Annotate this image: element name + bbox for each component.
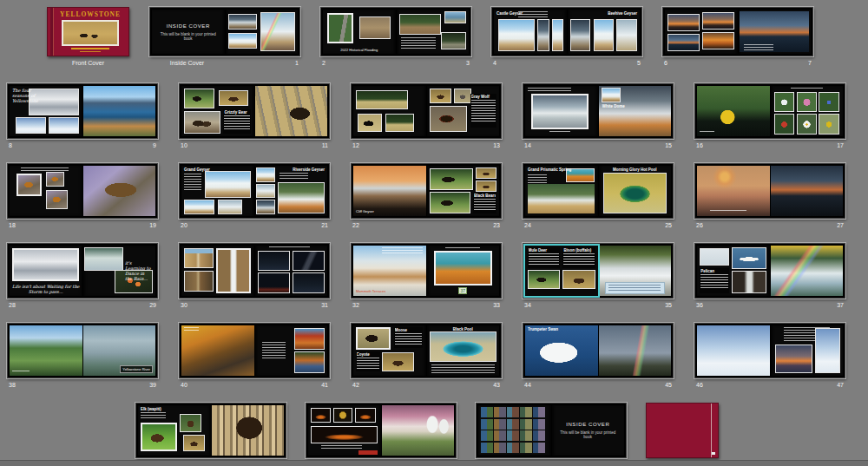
spread-thumbnail[interactable]: The four seasons of Yellowstone89 bbox=[7, 83, 158, 153]
spread-thumbnail[interactable]: Pelican3637 bbox=[694, 243, 845, 312]
page-left[interactable]: The four seasons of Yellowstone bbox=[10, 86, 82, 136]
page-right[interactable] bbox=[83, 166, 156, 216]
front-cover-thumbnail[interactable]: YELLOWSTONEFront Cover bbox=[47, 7, 129, 70]
page-right[interactable]: INSIDE COVERThis will be blank in your p… bbox=[552, 405, 625, 456]
page-right[interactable] bbox=[83, 86, 156, 136]
page-right[interactable]: Gray Wolf bbox=[427, 86, 500, 136]
page-right[interactable] bbox=[255, 246, 328, 296]
spread-thumbnail[interactable]: Castle GeyserBeehive Geyser45 bbox=[491, 7, 642, 70]
page-left[interactable] bbox=[181, 246, 254, 296]
text-lines bbox=[700, 131, 714, 133]
spread-thumbnail[interactable]: 1819 bbox=[7, 163, 158, 233]
page-right[interactable]: Beehive Geyser bbox=[568, 10, 641, 54]
photo-geyser-steam bbox=[616, 19, 636, 51]
page-right[interactable]: Black Pool bbox=[427, 325, 500, 376]
spread-thumbnail[interactable]: Life isn't about Waiting for the Storm t… bbox=[7, 243, 158, 312]
back-cover-book[interactable] bbox=[646, 403, 719, 458]
photo-night-fall bbox=[258, 251, 290, 271]
page-left[interactable] bbox=[181, 325, 254, 376]
spread-thumbnail[interactable]: INSIDE COVERThis will be blank in your p… bbox=[149, 7, 300, 70]
page-left[interactable]: Pelican bbox=[697, 246, 770, 296]
spread-thumbnail[interactable]: Elk (wapiti) bbox=[135, 403, 286, 458]
spread-thumbnail[interactable]: Grizzly Bear1011 bbox=[179, 83, 330, 153]
page-right[interactable] bbox=[212, 405, 285, 456]
spread-thumbnail[interactable]: Trumpeter Swan4445 bbox=[523, 323, 674, 392]
spread-thumbnail[interactable]: 2022 Historical Flooding23 bbox=[320, 7, 471, 70]
spread-thumbnail[interactable]: 4647 bbox=[694, 323, 845, 392]
page-number: 44 bbox=[524, 382, 531, 388]
page-number-row: 67 bbox=[662, 60, 813, 70]
spread-thumbnail[interactable]: Yellowstone River3839 bbox=[7, 323, 158, 392]
spread-thumbnail[interactable]: Grand GeyserRiverside Geyser2021 bbox=[179, 163, 330, 233]
bottom-divider[interactable] bbox=[0, 460, 868, 466]
text-block-lines bbox=[700, 274, 727, 291]
page-left[interactable]: Elk (wapiti) bbox=[138, 405, 211, 456]
spread-thumbnail[interactable]: 4041 bbox=[179, 323, 330, 392]
spread-thumbnail[interactable]: Mule DeerBison (buffalo)3435 bbox=[523, 243, 674, 312]
page-caption: Cliff Geyser bbox=[356, 209, 374, 213]
page-right[interactable] bbox=[255, 325, 328, 376]
page-right[interactable]: 37 bbox=[427, 246, 500, 296]
page-right[interactable] bbox=[771, 86, 844, 136]
page-left[interactable]: Life isn't about Waiting for the Storm t… bbox=[10, 246, 82, 296]
page-right[interactable] bbox=[255, 86, 328, 136]
page-left[interactable]: 2022 Historical Flooding bbox=[323, 10, 396, 54]
page-right[interactable]: Morning Glory Hot Pool bbox=[599, 166, 672, 216]
page-left[interactable] bbox=[10, 325, 82, 376]
spread-thumbnail[interactable]: Cliff GeyserBlack Bears2223 bbox=[351, 163, 502, 233]
page-right[interactable] bbox=[739, 10, 812, 54]
page-right[interactable]: it's Learning to Dance in the Rain... bbox=[83, 246, 156, 296]
page-right[interactable] bbox=[382, 405, 455, 456]
spread-thumbnail[interactable]: MooseCoyoteBlack Pool4243 bbox=[351, 323, 502, 392]
page-right[interactable] bbox=[771, 166, 844, 216]
back-spine-line bbox=[711, 404, 712, 457]
page-right[interactable] bbox=[771, 246, 844, 296]
page-left[interactable]: Castle Geyser bbox=[494, 10, 567, 54]
page-left[interactable] bbox=[665, 10, 738, 54]
page-right[interactable] bbox=[397, 10, 470, 54]
spread-thumbnail[interactable]: Mammoth Terraces373233 bbox=[351, 243, 502, 312]
page-number: 26 bbox=[696, 222, 703, 228]
page-left[interactable]: Grand Prismatic Spring bbox=[525, 166, 598, 216]
spread-thumbnail[interactable]: 3031 bbox=[179, 243, 330, 312]
page-left[interactable] bbox=[525, 86, 598, 136]
page-right[interactable]: Yellowstone River bbox=[83, 325, 156, 376]
spread-thumbnail[interactable]: 2627 bbox=[694, 163, 845, 233]
spread-thumbnail[interactable]: 67 bbox=[662, 7, 813, 70]
page-right[interactable] bbox=[226, 10, 299, 54]
page-number: 30 bbox=[181, 302, 187, 308]
page-left[interactable] bbox=[478, 405, 551, 456]
spread-thumbnail[interactable]: Gray Wolf1213 bbox=[351, 83, 502, 153]
page-left[interactable]: Mammoth Terraces bbox=[353, 246, 426, 296]
pages-grid[interactable]: YELLOWSTONEFront CoverINSIDE COVERThis w… bbox=[0, 0, 868, 466]
inside-cover-subtitle: This will be blank in your printed book bbox=[157, 32, 220, 41]
page-right[interactable]: Riverside Geyser bbox=[255, 166, 328, 216]
page-left[interactable]: Grand Geyser bbox=[181, 166, 254, 216]
page-left[interactable]: Grizzly Bear bbox=[181, 86, 254, 136]
page-right[interactable]: White Dome bbox=[599, 86, 672, 136]
page-number: 2 bbox=[322, 60, 326, 66]
page-right[interactable] bbox=[771, 325, 844, 376]
page-left[interactable] bbox=[353, 86, 426, 136]
page-left[interactable]: Trumpeter Swan bbox=[525, 325, 598, 376]
page-left[interactable]: INSIDE COVERThis will be blank in your p… bbox=[152, 10, 225, 54]
page-left[interactable] bbox=[308, 405, 381, 456]
page-right[interactable] bbox=[599, 325, 672, 376]
page-left[interactable]: Cliff Geyser bbox=[353, 166, 426, 216]
spread-thumbnail[interactable]: INSIDE COVERThis will be blank in your p… bbox=[476, 403, 627, 458]
back-cover-thumbnail[interactable] bbox=[646, 403, 719, 458]
front-cover-book[interactable]: YELLOWSTONE bbox=[47, 7, 129, 56]
spread-thumbnail[interactable] bbox=[306, 403, 457, 458]
page-right[interactable]: Black Bears bbox=[427, 166, 500, 216]
page-left[interactable]: MooseCoyote bbox=[353, 325, 426, 376]
photo-thumb-grid bbox=[480, 407, 545, 455]
page-left[interactable] bbox=[697, 325, 770, 376]
page-left[interactable] bbox=[10, 166, 82, 216]
page-left[interactable] bbox=[697, 166, 770, 216]
spread-thumbnail[interactable]: 1617 bbox=[694, 83, 845, 153]
spread-thumbnail[interactable]: White Dome1415 bbox=[523, 83, 674, 153]
page-right[interactable] bbox=[599, 246, 672, 296]
spread-thumbnail[interactable]: Grand Prismatic SpringMorning Glory Hot … bbox=[523, 163, 674, 233]
page-left[interactable] bbox=[697, 86, 770, 136]
page-left[interactable]: Mule DeerBison (buffalo) bbox=[525, 246, 598, 296]
